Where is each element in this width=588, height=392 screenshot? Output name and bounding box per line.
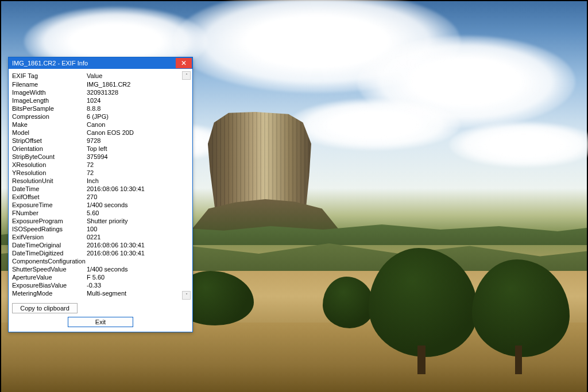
exif-info-dialog: IMG_1861.CR2 - EXIF Info ✕ EXIF Tag Valu…	[8, 57, 193, 332]
exif-tag: ExifOffset	[12, 193, 87, 201]
exif-tag: Orientation	[12, 145, 87, 153]
exif-value: IMG_1861.CR2	[87, 80, 190, 88]
exif-row[interactable]: YResolution72	[12, 169, 190, 177]
exif-row[interactable]: BitsPerSample8.8.8	[12, 104, 190, 112]
scrollbar[interactable]: ˄ ˅	[182, 71, 191, 300]
exif-value: 8.8.8	[87, 104, 190, 112]
exif-row[interactable]: DateTimeDigitized2016:08:06 10:30:41	[12, 249, 190, 257]
exif-tag: Make	[12, 121, 87, 129]
exif-row[interactable]: MeteringModeMulti-segment	[12, 289, 190, 297]
exif-tag: StripOffset	[12, 137, 87, 145]
exif-value: 270	[87, 193, 190, 201]
exit-button[interactable]: Exit	[68, 317, 133, 327]
exif-value: Canon	[87, 121, 190, 129]
cloud	[449, 122, 588, 168]
exif-value	[87, 257, 190, 265]
exif-tag: ResolutionUnit	[12, 177, 87, 185]
exif-value: 5.60	[87, 209, 190, 217]
exif-tag: ImageLength	[12, 96, 87, 104]
exif-value: 2016:08:06 10:30:41	[87, 241, 190, 249]
exif-value: Top left	[87, 145, 190, 153]
exif-tag: ComponentsConfiguration	[12, 257, 87, 265]
exif-value: 320931328	[87, 88, 190, 96]
exif-row[interactable]: DateTime2016:08:06 10:30:41	[12, 185, 190, 193]
exif-value: 72	[87, 169, 190, 177]
exif-row[interactable]: StripByteCount375994	[12, 153, 190, 161]
close-button[interactable]: ✕	[176, 58, 192, 68]
column-header-tag[interactable]: EXIF Tag	[12, 72, 87, 79]
exif-tag: DateTime	[12, 185, 87, 193]
exif-value: 2016:08:06 10:30:41	[87, 185, 190, 193]
dialog-titlebar[interactable]: IMG_1861.CR2 - EXIF Info ✕	[9, 57, 192, 69]
copy-to-clipboard-button[interactable]: Copy to clipboard	[12, 303, 78, 313]
exif-tag: Filename	[12, 80, 87, 88]
exif-row[interactable]: ImageWidth320931328	[12, 88, 190, 96]
image-viewer-viewport: IMG_1861.CR2 - EXIF Info ✕ EXIF Tag Valu…	[0, 0, 588, 392]
scroll-up-icon[interactable]: ˄	[182, 71, 191, 80]
exif-value: Inch	[87, 177, 190, 185]
exif-tag: ExifVersion	[12, 233, 87, 241]
exif-value: Canon EOS 20D	[87, 129, 190, 137]
exif-row[interactable]: ComponentsConfiguration	[12, 257, 190, 265]
exif-value: 1/400 seconds	[87, 265, 190, 273]
exif-row[interactable]: ImageLength1024	[12, 96, 190, 104]
exif-row[interactable]: ApertureValueF 5.60	[12, 273, 190, 281]
exif-list: EXIF Tag Value FilenameIMG_1861.CR2Image…	[9, 69, 192, 300]
exif-row[interactable]: ModelCanon EOS 20D	[12, 129, 190, 137]
exif-tag: Model	[12, 129, 87, 137]
exif-row[interactable]: StripOffset9728	[12, 137, 190, 145]
exif-value: 2016:08:06 10:30:41	[87, 249, 190, 257]
exif-tag: MeteringMode	[12, 289, 87, 297]
exif-tag: ExposureBiasValue	[12, 281, 87, 289]
exif-tag: DateTimeDigitized	[12, 249, 87, 257]
exif-value: F 5.60	[87, 273, 190, 281]
exif-value: 1024	[87, 96, 190, 104]
exif-tag: ImageWidth	[12, 88, 87, 96]
tree-trunk	[515, 346, 522, 374]
close-icon: ✕	[181, 60, 187, 67]
exif-value: 375994	[87, 153, 190, 161]
exif-row[interactable]: DateTimeOriginal2016:08:06 10:30:41	[12, 241, 190, 249]
exif-tag: ShutterSpeedValue	[12, 265, 87, 273]
exif-value: 100	[87, 225, 190, 233]
cloud	[288, 99, 461, 150]
exif-value: 9728	[87, 137, 190, 145]
exif-row[interactable]: ISOSpeedRatings100	[12, 225, 190, 233]
dialog-title: IMG_1861.CR2 - EXIF Info	[12, 60, 88, 67]
exif-row[interactable]: ExposureBiasValue-0.33	[12, 281, 190, 289]
exif-row[interactable]: ExifOffset270	[12, 193, 190, 201]
exif-tag: YResolution	[12, 169, 87, 177]
column-header-value[interactable]: Value	[87, 72, 190, 79]
exif-tag: Compression	[12, 112, 87, 121]
exif-value: Multi-segment	[87, 289, 190, 297]
column-headers: EXIF Tag Value	[11, 71, 190, 80]
exif-row[interactable]: ShutterSpeedValue1/400 seconds	[12, 265, 190, 273]
exif-value: 72	[87, 161, 190, 169]
exif-row[interactable]: ExifVersion0221	[12, 233, 190, 241]
exif-row[interactable]: OrientationTop left	[12, 145, 190, 153]
exif-row[interactable]: ExposureProgramShutter priority	[12, 217, 190, 225]
exif-row[interactable]: XResolution72	[12, 161, 190, 169]
exif-value: 0221	[87, 233, 190, 241]
exif-row[interactable]: ExposureTime1/400 seconds	[12, 201, 190, 209]
exif-tag: ISOSpeedRatings	[12, 225, 87, 233]
exif-tag: FNumber	[12, 209, 87, 217]
exif-tag: DateTimeOriginal	[12, 241, 87, 249]
exif-value: Shutter priority	[87, 217, 190, 225]
exif-value: 1/400 seconds	[87, 201, 190, 209]
exif-value: 6 (JPG)	[87, 112, 190, 121]
exif-row[interactable]: Compression6 (JPG)	[12, 112, 190, 121]
exif-row[interactable]: FilenameIMG_1861.CR2	[12, 80, 190, 88]
exif-tag: XResolution	[12, 161, 87, 169]
exif-tag: StripByteCount	[12, 153, 87, 161]
exif-row[interactable]: MakeCanon	[12, 121, 190, 129]
tree-trunk	[417, 346, 425, 374]
exif-row[interactable]: FNumber5.60	[12, 209, 190, 217]
exif-rows: FilenameIMG_1861.CR2ImageWidth320931328I…	[11, 80, 190, 300]
exif-tag: ApertureValue	[12, 273, 87, 281]
exif-tag: ExposureProgram	[12, 217, 87, 225]
exif-tag: ExposureTime	[12, 201, 87, 209]
exif-row[interactable]: ResolutionUnitInch	[12, 177, 190, 185]
exif-value: -0.33	[87, 281, 190, 289]
scroll-down-icon[interactable]: ˅	[182, 291, 191, 300]
